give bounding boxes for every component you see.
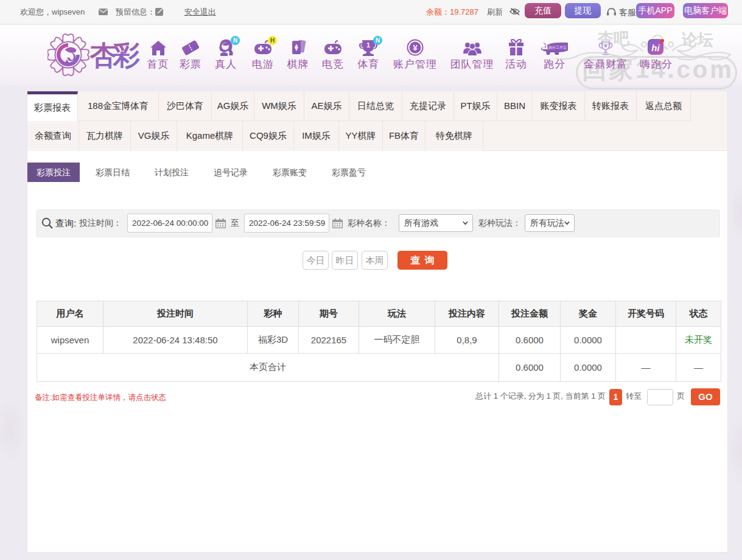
svg-text:hi: hi [651,43,660,53]
svg-text:¥: ¥ [413,43,418,52]
svg-text:跑分工作室: 跑分工作室 [548,45,567,50]
svg-text:1: 1 [366,41,370,49]
